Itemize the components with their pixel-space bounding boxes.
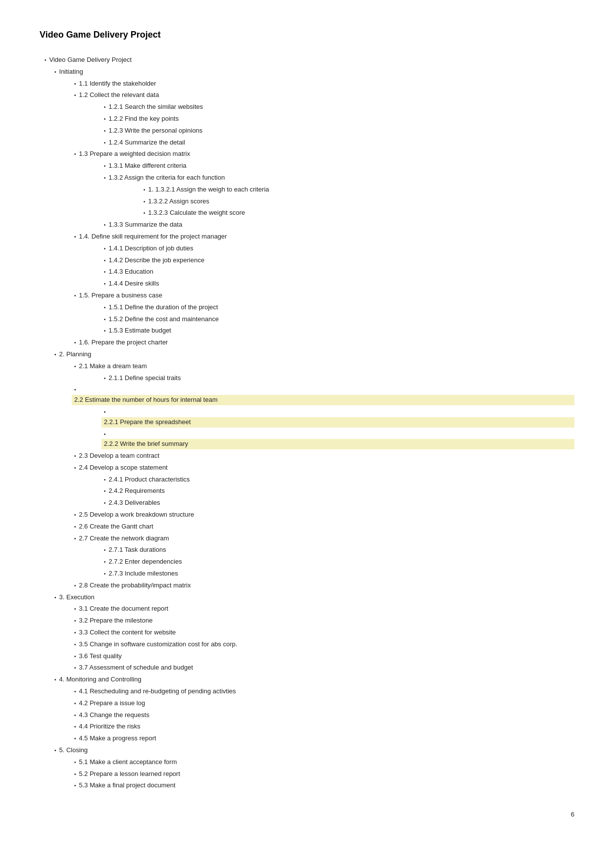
- list-item: 1.3.2 Assign the criteria for each funct…: [74, 173, 574, 218]
- list-item: 1.3.1 Make different criteria: [74, 161, 574, 171]
- list-item: 3.6 Test quality: [54, 651, 574, 662]
- item-text: 1.6. Prepare the project charter: [79, 338, 168, 346]
- page-number: 6: [571, 811, 574, 818]
- item-text: 1.3.2.3 Calculate the weight score: [148, 209, 245, 216]
- item-text: 2.4.1 Product characteristics: [109, 476, 190, 483]
- item-text: 1.3.2.2 Assign scores: [148, 197, 210, 205]
- list-item: 1.1 Identify the stakeholder: [54, 79, 574, 89]
- list-item: 3.3 Collect the content for website: [54, 627, 574, 638]
- list-item: 3. Execution3.1 Create the document repo…: [45, 592, 574, 674]
- list-item: 2.1.1 Define special traits: [74, 373, 574, 384]
- list-item: 1.5.2 Define the cost and maintenance: [74, 314, 574, 325]
- list-item: 1.2.3 Write the personal opinions: [74, 126, 574, 136]
- list-item: 4.3 Change the requests: [54, 710, 574, 721]
- list-item: 2.8 Create the probability/impact matrix: [54, 580, 574, 591]
- list-item: Video Game Delivery ProjectInitiating1.1…: [45, 55, 574, 791]
- list-item: 2.1 Make a dream team2.1.1 Define specia…: [54, 361, 574, 384]
- list-item: 1.3.2.3 Calculate the weight score: [104, 208, 574, 218]
- item-text: 4.3 Change the requests: [79, 711, 149, 719]
- item-text: 3.7 Assessment of schedule and budget: [79, 664, 193, 671]
- item-text: 4.1 Rescheduling and re-budgeting of pen…: [79, 687, 236, 695]
- item-text: 2.1.1 Define special traits: [109, 374, 181, 382]
- item-text: 2.4.3 Deliverables: [109, 499, 160, 506]
- item-text: 1.2.2 Find the key points: [109, 115, 179, 122]
- item-text: 1.2.1 Search the similar websites: [109, 103, 203, 110]
- item-text: 5.2 Prepare a lesson learned report: [79, 770, 181, 777]
- item-text: 1.4.2 Describe the job experience: [109, 256, 205, 264]
- item-text: 5.1 Make a client acceptance form: [79, 758, 177, 766]
- list-item: 1.4.2 Describe the job experience: [74, 255, 574, 266]
- item-text: 2. Planning: [59, 350, 92, 358]
- item-text: 2.2 Estimate the number of hours for int…: [72, 395, 574, 405]
- list-item: 1.3.3 Summarize the data: [74, 220, 574, 230]
- item-text: 2.1 Make a dream team: [79, 362, 147, 370]
- outline-container: Video Game Delivery ProjectInitiating1.1…: [40, 55, 574, 791]
- list-item: 3.2 Prepare the milestone: [54, 616, 574, 626]
- list-item: 2.5 Develop a work breakdown structure: [54, 510, 574, 520]
- list-item: 2.7.2 Enter dependencies: [74, 557, 574, 567]
- item-text: 1.5.1 Define the duration of the project: [109, 303, 218, 311]
- item-text: 2.2.2 Write the brief summary: [101, 439, 574, 449]
- list-item: 2.4.1 Product characteristics: [74, 475, 574, 485]
- list-item: 2.7.3 Include milestones: [74, 569, 574, 579]
- item-text: 3. Execution: [59, 593, 95, 601]
- item-text: 2.7.1 Task durations: [109, 546, 166, 553]
- item-text: 4.4 Prioritize the risks: [79, 723, 141, 730]
- list-item: 2.2.2 Write the brief summary: [74, 429, 574, 450]
- list-item: 5. Closing5.1 Make a client acceptance f…: [45, 745, 574, 791]
- list-item: Initiating1.1 Identify the stakeholder1.…: [45, 67, 574, 348]
- item-text: 1.3.2 Assign the criteria for each funct…: [109, 174, 225, 181]
- item-text: 2.4 Develop a scope statement: [79, 464, 168, 471]
- item-text: 1.2.3 Write the personal opinions: [109, 127, 203, 134]
- list-item: 4.5 Make a progress report: [54, 733, 574, 744]
- list-item: 4. Monitoring and Controlling4.1 Resched…: [45, 675, 574, 744]
- list-item: 1.2 Collect the relevant data1.2.1 Searc…: [54, 90, 574, 147]
- item-text: Initiating: [59, 68, 83, 75]
- list-item: 5.2 Prepare a lesson learned report: [54, 769, 574, 779]
- list-item: 4.4 Prioritize the risks: [54, 722, 574, 732]
- list-item: 1.4.1 Description of job duties: [74, 243, 574, 254]
- item-text: 1.4.1 Description of job duties: [109, 244, 193, 252]
- list-item: 3.1 Create the document report: [54, 604, 574, 614]
- list-item: 1.2.1 Search the similar websites: [74, 102, 574, 112]
- item-text: 2.8 Create the probability/impact matrix: [79, 581, 191, 589]
- item-text: 4. Monitoring and Controlling: [59, 675, 142, 683]
- list-item: 2.4.3 Deliverables: [74, 498, 574, 508]
- item-text: 1.4.3 Education: [109, 268, 153, 275]
- item-text: 2.7.3 Include milestones: [109, 570, 178, 577]
- list-item: 1.5.1 Define the duration of the project: [74, 302, 574, 313]
- item-text: 4.5 Make a progress report: [79, 734, 156, 742]
- item-text: 2.4.2 Requirements: [109, 487, 165, 494]
- item-text: 2.6 Create the Gantt chart: [79, 523, 153, 530]
- item-text: 3.1 Create the document report: [79, 605, 169, 612]
- item-text: 1.3.1 Make different criteria: [109, 162, 187, 169]
- item-text: 3.3 Collect the content for website: [79, 628, 176, 636]
- item-text: 1.3.3 Summarize the data: [109, 221, 183, 228]
- list-item: 2.3 Develop a team contract: [54, 451, 574, 461]
- item-text: 2.7 Create the network diagram: [79, 534, 169, 542]
- item-text: 1.4. Define skill requirement for the pr…: [79, 233, 227, 240]
- list-item: 2.7 Create the network diagram2.7.1 Task…: [54, 533, 574, 579]
- item-text: 1.2.4 Summarize the detail: [109, 139, 186, 146]
- item-text: 4.2 Prepare a issue log: [79, 699, 145, 707]
- list-item: 5.1 Make a client acceptance form: [54, 757, 574, 768]
- item-text: 1.1 Identify the stakeholder: [79, 80, 156, 87]
- item-text: 1.4.4 Desire skills: [109, 280, 159, 287]
- list-item: 2.2 Estimate the number of hours for int…: [54, 385, 574, 449]
- list-item: 3.7 Assessment of schedule and budget: [54, 663, 574, 673]
- list-item: 2. Planning2.1 Make a dream team2.1.1 De…: [45, 349, 574, 591]
- item-text: 1.3 Prepare a weighted decision matrix: [79, 150, 190, 157]
- list-item: 1.3.2.2 Assign scores: [104, 196, 574, 207]
- list-item: 1.4. Define skill requirement for the pr…: [54, 232, 574, 289]
- list-item: 2.7.1 Task durations: [74, 545, 574, 555]
- item-text: 2.7.2 Enter dependencies: [109, 558, 182, 565]
- list-item: 1.2.2 Find the key points: [74, 114, 574, 124]
- page-number-area: 6: [40, 811, 574, 818]
- item-text: 1.5.2 Define the cost and maintenance: [109, 315, 219, 323]
- list-item: 2.6 Create the Gantt chart: [54, 522, 574, 532]
- item-text: 1. 1.3.2.1 Assign the weigh to each crit…: [148, 186, 269, 193]
- page-title: Video Game Delivery Project: [40, 30, 574, 40]
- list-item: 4.2 Prepare a issue log: [54, 698, 574, 709]
- list-item: 5.3 Make a final project document: [54, 780, 574, 791]
- list-item: 3.5 Change in software customization cos…: [54, 639, 574, 650]
